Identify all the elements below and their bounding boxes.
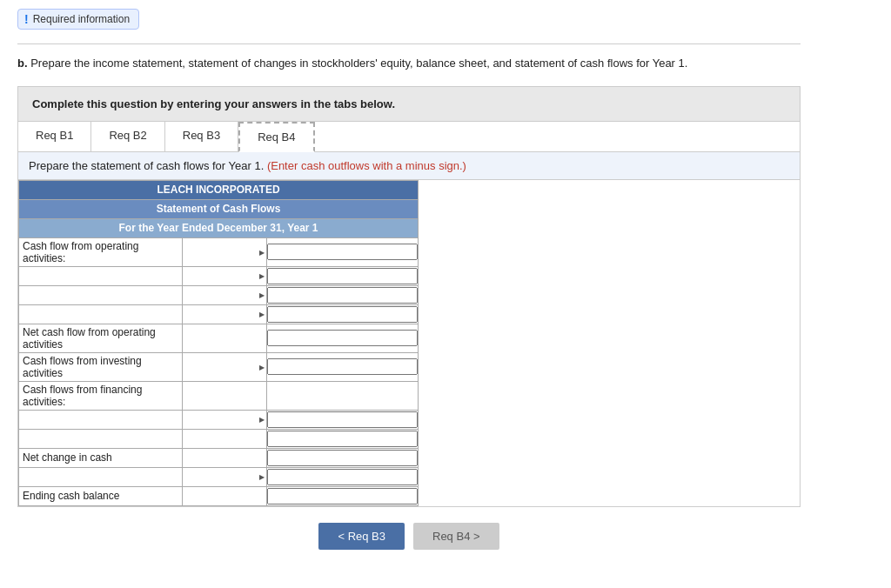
row-label: Cash flows from financing activities:: [19, 381, 183, 410]
instruction-text: Complete this question by entering your …: [32, 97, 395, 110]
row-label: Net cash flow from operating activities: [19, 324, 183, 352]
input-cell-2[interactable]: [266, 304, 418, 324]
intro-bold: b.: [17, 57, 28, 70]
input-field[interactable]: [183, 430, 266, 448]
input-field-2[interactable]: [267, 306, 418, 323]
row-label-blank: [19, 429, 183, 448]
prev-button[interactable]: < Req B3: [318, 523, 405, 550]
table-title1: LEACH INCORPORATED: [19, 180, 419, 199]
row-label-blank: [19, 266, 183, 285]
row-label: Cash flow from operating activities:: [19, 237, 183, 266]
tab-req-b4[interactable]: Req B4: [238, 122, 314, 152]
table-row: Cash flows from financing activities:: [19, 381, 419, 410]
exclaim-icon: !: [24, 12, 29, 26]
input-field-2[interactable]: [267, 469, 418, 485]
input-field-2[interactable]: [267, 244, 418, 260]
required-badge: ! Required information: [17, 9, 139, 30]
input-cell[interactable]: [182, 237, 266, 266]
row-label: Cash flows from investing activities: [19, 352, 183, 381]
input-cell-2[interactable]: [266, 410, 418, 429]
input-field[interactable]: [183, 487, 266, 505]
table-row: [19, 429, 419, 448]
intro-text: b. Prepare the income statement, stateme…: [17, 55, 801, 72]
table-row: [19, 410, 419, 429]
cash-flow-table-wrapper: LEACH INCORPORATED Statement of Cash Flo…: [18, 180, 800, 506]
table-row: [19, 304, 419, 324]
row-label: Ending cash balance: [19, 486, 183, 505]
table-row: [19, 467, 419, 486]
table-title3: For the Year Ended December 31, Year 1: [19, 218, 419, 237]
input-cell[interactable]: [182, 448, 266, 467]
input-cell-2[interactable]: [266, 285, 418, 304]
input-field-2[interactable]: [267, 330, 418, 346]
table-row: Ending cash balance: [19, 486, 419, 505]
required-label: Required information: [33, 13, 130, 25]
table-row: [19, 266, 419, 285]
tab-content: Prepare the statement of cash flows for …: [18, 152, 800, 506]
input-field-2[interactable]: [267, 358, 418, 375]
input-cell[interactable]: [182, 486, 266, 505]
input-cell[interactable]: [182, 304, 266, 324]
input-cell[interactable]: [182, 324, 266, 352]
input-cell-2[interactable]: [266, 324, 418, 352]
input-cell: [182, 381, 266, 410]
prepare-statement-line: Prepare the statement of cash flows for …: [18, 152, 800, 180]
table-row: Net cash flow from operating activities: [19, 324, 419, 352]
cash-flow-table: LEACH INCORPORATED Statement of Cash Flo…: [18, 180, 419, 506]
next-button[interactable]: Req B4 >: [413, 523, 499, 550]
table-row: [19, 285, 419, 304]
row-label-blank: [19, 467, 183, 486]
input-field[interactable]: [183, 324, 266, 352]
input-cell-2[interactable]: [266, 429, 418, 448]
tabs-row: Req B1 Req B2 Req B3 Req B4: [18, 122, 800, 152]
buttons-row: < Req B3 Req B4 >: [17, 523, 801, 550]
input-cell-2[interactable]: [266, 237, 418, 266]
input-cell[interactable]: [182, 467, 266, 486]
input-cell-2[interactable]: [266, 448, 418, 467]
row-label-blank: [19, 285, 183, 304]
input-cell-2[interactable]: [266, 352, 418, 381]
table-row: Net change in cash: [19, 448, 419, 467]
tabs-container: Req B1 Req B2 Req B3 Req B4 Prepare the …: [17, 122, 801, 507]
tab-req-b1[interactable]: Req B1: [18, 122, 91, 151]
input-field-2[interactable]: [267, 268, 418, 284]
input-field[interactable]: [183, 238, 266, 266]
input-cell[interactable]: [182, 285, 266, 304]
row-label-blank: [19, 410, 183, 429]
tab-req-b3[interactable]: Req B3: [165, 122, 238, 151]
input-field-2[interactable]: [267, 488, 418, 504]
divider: [17, 43, 801, 44]
input-field[interactable]: [183, 411, 266, 429]
input-field[interactable]: [183, 286, 266, 304]
row-label: Net change in cash: [19, 448, 183, 467]
intro-body: Prepare the income statement, statement …: [28, 57, 688, 70]
table-title2: Statement of Cash Flows: [19, 199, 419, 218]
input-field-2[interactable]: [267, 450, 418, 466]
input-cell-2: [266, 381, 418, 410]
input-cell[interactable]: [182, 429, 266, 448]
input-field[interactable]: [183, 305, 266, 324]
input-cell-2[interactable]: [266, 467, 418, 486]
input-cell-2[interactable]: [266, 486, 418, 505]
prepare-statement-text: Prepare the statement of cash flows for …: [29, 159, 264, 172]
input-cell[interactable]: [182, 266, 266, 285]
input-field[interactable]: [183, 449, 266, 467]
input-cell[interactable]: [182, 352, 266, 381]
input-cell-2[interactable]: [266, 266, 418, 285]
input-field[interactable]: [183, 468, 266, 486]
input-field[interactable]: [183, 267, 266, 285]
table-row: Cash flow from operating activities:: [19, 237, 419, 266]
row-label-blank: [19, 304, 183, 324]
instruction-box: Complete this question by entering your …: [17, 86, 801, 122]
tab-req-b2[interactable]: Req B2: [91, 122, 164, 151]
hint-text: (Enter cash outflows with a minus sign.): [267, 159, 466, 172]
input-field-2[interactable]: [267, 287, 418, 304]
table-row: Cash flows from investing activities: [19, 352, 419, 381]
input-cell[interactable]: [182, 410, 266, 429]
input-field[interactable]: [183, 353, 266, 381]
input-field-2[interactable]: [267, 431, 418, 447]
input-field-2[interactable]: [267, 411, 418, 428]
